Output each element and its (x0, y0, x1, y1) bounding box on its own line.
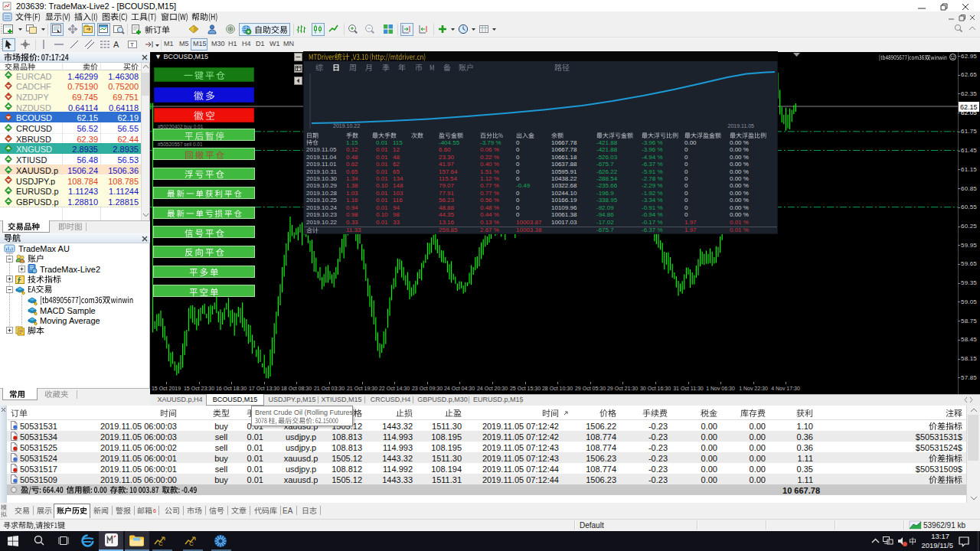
svg-text:C: C (158, 540, 163, 547)
svg-text:C: C (189, 540, 194, 547)
svg-text:T: T (130, 41, 134, 48)
svg-text:6: 6 (888, 540, 890, 544)
